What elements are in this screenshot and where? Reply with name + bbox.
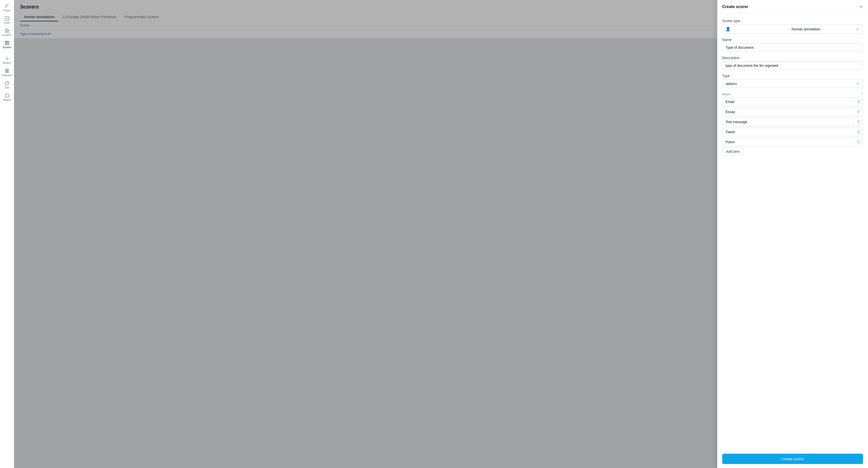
sidebar-item-label: Traces <box>3 9 10 12</box>
description-input[interactable] <box>722 61 863 70</box>
sidebar-item-label: Ops <box>4 86 9 89</box>
sidebar-item-objects[interactable]: Objects <box>1 92 13 103</box>
add-item-button[interactable]: Add item <box>722 148 744 155</box>
sidebar-item-label: Datasets <box>2 74 12 77</box>
svg-rect-4 <box>5 70 8 71</box>
enum-item-text-message <box>722 118 863 126</box>
delete-essay-button[interactable] <box>854 108 863 116</box>
evals-icon <box>4 16 9 21</box>
sidebar-item-datasets[interactable]: Datasets <box>1 67 13 78</box>
enum-email-input[interactable] <box>722 98 854 106</box>
type-label: Type <box>722 74 863 78</box>
enum-item-essay <box>722 107 863 116</box>
svg-rect-0 <box>5 17 9 20</box>
svg-rect-3 <box>5 69 8 70</box>
sidebar-item-models[interactable]: Models <box>1 55 13 66</box>
scorer-type-select[interactable]: 👤 Human annotation <box>722 24 863 34</box>
models-icon <box>4 56 9 61</box>
datasets-icon <box>4 68 9 73</box>
svg-point-2 <box>6 58 7 59</box>
svg-rect-5 <box>5 72 8 73</box>
delete-text-message-button[interactable] <box>854 118 863 126</box>
trash-icon <box>857 130 860 134</box>
name-group: Name <box>722 38 863 52</box>
sidebar-item-leaders[interactable]: Leaders <box>1 27 13 38</box>
type-select[interactable]: options <box>722 80 863 88</box>
enum-poem-input[interactable] <box>722 138 854 146</box>
enum-item-poem <box>722 138 863 146</box>
type-group: Type options <box>722 74 863 88</box>
delete-email-button[interactable] <box>854 98 863 105</box>
delete-poem-button[interactable] <box>854 138 863 146</box>
trash-icon <box>857 120 860 124</box>
delete-tweet-button[interactable] <box>854 128 863 136</box>
panel-body: Scorer type 👤 Human annotation Name Desc… <box>717 14 868 449</box>
sidebar: Traces Evals Leaders Scorers Models <box>0 0 14 468</box>
description-label: Description <box>722 56 863 60</box>
scorer-type-value: Human annotation <box>792 27 856 31</box>
scorers-icon <box>4 40 9 45</box>
sidebar-item-label: Objects <box>3 98 11 101</box>
create-scorer-button[interactable]: Create scorer <box>722 454 863 464</box>
trash-icon <box>857 110 860 114</box>
description-group: Description <box>722 56 863 70</box>
enum-item-tweet <box>722 128 863 136</box>
chevron-down-icon <box>856 27 860 31</box>
panel-footer: Create scorer <box>717 449 868 468</box>
sidebar-item-scorers[interactable]: Scorers <box>1 39 13 50</box>
scorer-type-label: Scorer type <box>722 19 863 23</box>
enum-label: enum <box>722 92 731 96</box>
enum-text-message-input[interactable] <box>722 118 854 126</box>
enum-label-row: enum ? <box>722 92 863 96</box>
sidebar-item-traces[interactable]: Traces <box>1 2 13 13</box>
enum-tweet-input[interactable] <box>722 128 854 136</box>
sidebar-item-label: Evals <box>4 21 10 24</box>
scorer-type-group: Scorer type 👤 Human annotation <box>722 19 863 34</box>
panel-header: Create scorer × <box>717 0 868 14</box>
sidebar-item-label: Models <box>3 62 11 64</box>
ops-icon <box>4 81 9 86</box>
create-scorer-panel: Create scorer × Scorer type 👤 Human anno… <box>717 0 868 468</box>
chevron-down-icon <box>856 82 860 86</box>
enum-essay-input[interactable] <box>722 108 854 116</box>
type-value: options <box>725 82 856 86</box>
close-button[interactable]: × <box>859 4 863 9</box>
main-content: Scorers Human annotations LLM judge (W&B… <box>14 0 868 468</box>
name-input[interactable] <box>722 43 863 52</box>
traces-icon <box>4 3 9 8</box>
sidebar-item-label: Scorers <box>2 46 11 49</box>
human-annotation-icon: 👤 <box>725 27 789 31</box>
enum-section: enum ? <box>722 92 863 155</box>
panel-title: Create scorer <box>722 4 748 9</box>
sidebar-item-label: Leaders <box>2 34 11 36</box>
trash-icon <box>857 140 860 144</box>
sidebar-item-ops[interactable]: Ops <box>1 79 13 91</box>
sidebar-item-evals[interactable]: Evals <box>1 14 13 26</box>
sidebar-divider <box>2 52 11 53</box>
trash-icon <box>857 100 860 103</box>
name-label: Name <box>722 38 863 42</box>
leaders-icon <box>4 28 9 33</box>
help-icon[interactable]: ? <box>861 92 863 96</box>
enum-item-email <box>722 97 863 106</box>
objects-icon <box>4 93 9 98</box>
